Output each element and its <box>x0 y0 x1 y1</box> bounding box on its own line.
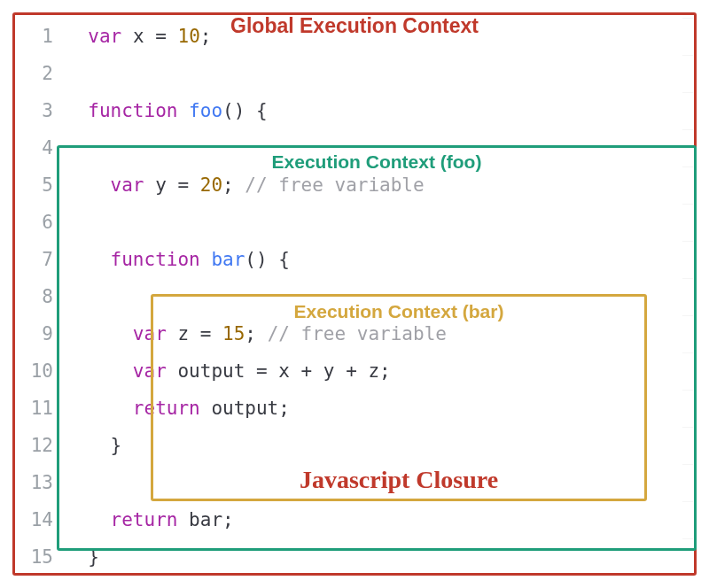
code-line: var y = 20; // free variable <box>66 166 698 204</box>
code-line <box>66 55 698 92</box>
line-number: 7 <box>11 241 53 278</box>
line-number: 3 <box>11 92 53 129</box>
line-number: 5 <box>11 166 53 204</box>
line-number-gutter: 1 2 3 4 5 6 7 8 9 10 11 12 13 14 15 <box>11 18 66 577</box>
code-line: } <box>66 427 698 464</box>
line-number: 8 <box>11 278 53 315</box>
code-line: function foo() { <box>66 92 698 129</box>
code-body: var x = 10; function foo() { var y = 20;… <box>66 18 698 577</box>
code-line: } <box>66 538 698 576</box>
code-line <box>66 464 698 501</box>
code-line <box>66 278 698 315</box>
line-number: 10 <box>11 352 53 390</box>
line-number: 6 <box>11 204 53 241</box>
line-number: 14 <box>11 501 53 538</box>
code-line: return output; <box>66 390 698 427</box>
line-number: 9 <box>11 315 53 352</box>
code-line <box>66 129 698 166</box>
line-number: 15 <box>11 538 53 576</box>
code-line: var output = x + y + z; <box>66 352 698 390</box>
line-number: 2 <box>11 55 53 92</box>
code-diagram: 1 2 3 4 5 6 7 8 9 10 11 12 13 14 15 var … <box>11 11 698 577</box>
code-area: 1 2 3 4 5 6 7 8 9 10 11 12 13 14 15 var … <box>11 11 698 577</box>
line-number: 12 <box>11 427 53 464</box>
line-number: 1 <box>11 18 53 55</box>
line-number: 11 <box>11 390 53 427</box>
code-line: function bar() { <box>66 241 698 278</box>
code-line: var z = 15; // free variable <box>66 315 698 352</box>
line-number: 4 <box>11 129 53 166</box>
code-line <box>66 204 698 241</box>
code-line: var x = 10; <box>66 18 698 55</box>
line-number: 13 <box>11 464 53 501</box>
code-line: return bar; <box>66 501 698 538</box>
